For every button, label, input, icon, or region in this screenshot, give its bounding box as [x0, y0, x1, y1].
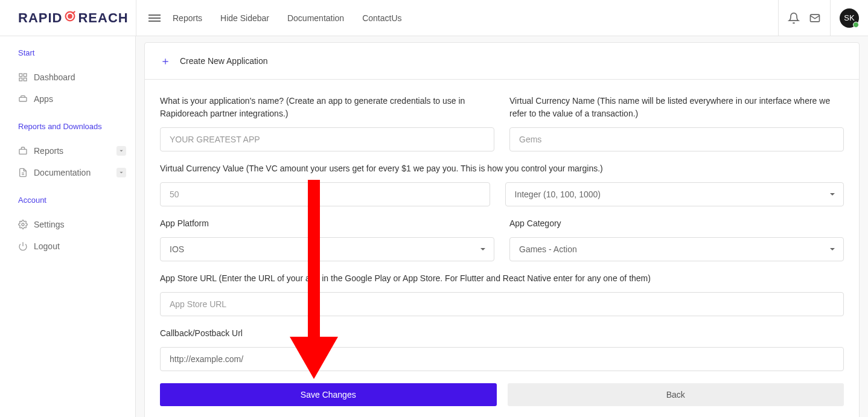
plus-icon: ＋ — [160, 54, 171, 68]
app-name-input[interactable] — [160, 127, 494, 151]
svg-point-9 — [22, 223, 24, 226]
document-icon — [18, 168, 28, 177]
svg-rect-5 — [19, 78, 22, 81]
sidebar-item-apps[interactable]: Apps — [18, 88, 126, 110]
mail-icon[interactable] — [809, 12, 821, 24]
logo-text-1: RAPID — [18, 10, 62, 26]
sidebar-item-label: Documentation — [34, 168, 91, 177]
sidebar-item-label: Apps — [34, 94, 53, 104]
vc-type-select[interactable]: Integer (10, 100, 1000) — [505, 182, 844, 206]
svg-point-1 — [69, 14, 72, 18]
store-url-label: App Store URL (Enter the URL of your app… — [160, 272, 844, 285]
apps-icon — [18, 94, 28, 104]
nav-documentation[interactable]: Documentation — [287, 13, 344, 23]
svg-rect-3 — [19, 74, 22, 77]
nav-reports[interactable]: Reports — [173, 13, 202, 23]
sidebar-item-documentation[interactable]: Documentation — [18, 162, 126, 183]
sidebar-item-label: Logout — [34, 241, 60, 251]
sidebar-item-label: Dashboard — [34, 72, 75, 82]
callback-url-label: Callback/Postback Url — [160, 327, 844, 340]
nav-contact-us[interactable]: ContactUs — [362, 13, 401, 23]
create-app-panel: ＋ Create New Application What is your ap… — [144, 42, 860, 417]
avatar[interactable]: SK — [840, 8, 859, 28]
sidebar-item-label: Settings — [34, 220, 65, 229]
sidebar-heading-start: Start — [18, 48, 126, 57]
callback-url-input[interactable] — [160, 347, 844, 371]
chevron-down-icon[interactable] — [116, 146, 126, 156]
platform-label: App Platform — [160, 217, 494, 230]
nav-links: Reports Hide Sidebar Documentation Conta… — [173, 13, 402, 23]
vc-name-label: Virtual Currency Name (This name will be… — [509, 95, 844, 120]
chevron-down-icon[interactable] — [116, 168, 126, 177]
save-button[interactable]: Save Changes — [160, 383, 497, 406]
nav-hide-sidebar[interactable]: Hide Sidebar — [220, 13, 269, 23]
app-name-label: What is your application's name? (Create… — [160, 95, 494, 120]
sidebar-item-dashboard[interactable]: Dashboard — [18, 66, 126, 88]
platform-select[interactable]: IOS — [160, 237, 494, 261]
svg-rect-4 — [24, 74, 27, 77]
main-content: ＋ Create New Application What is your ap… — [136, 0, 868, 417]
sidebar: Start Dashboard Apps Reports and Downloa… — [0, 0, 136, 417]
svg-rect-6 — [24, 78, 27, 81]
sidebar-heading-reports: Reports and Downloads — [18, 122, 126, 131]
dashboard-icon — [18, 72, 28, 82]
gear-icon — [18, 220, 28, 229]
sidebar-item-logout[interactable]: Logout — [18, 235, 126, 257]
panel-title: Create New Application — [180, 56, 268, 66]
target-icon — [63, 10, 77, 27]
vc-value-label: Virtual Currency Value (The VC amount yo… — [160, 162, 844, 175]
logo[interactable]: RAPID REACH — [0, 10, 136, 27]
logo-text-2: REACH — [78, 10, 128, 26]
sidebar-item-label: Reports — [34, 146, 63, 156]
hamburger-icon[interactable] — [148, 12, 161, 24]
sidebar-item-settings[interactable]: Settings — [18, 214, 126, 235]
bell-icon[interactable] — [788, 12, 800, 24]
briefcase-icon — [18, 146, 28, 156]
sidebar-heading-account: Account — [18, 196, 126, 205]
back-button[interactable]: Back — [508, 383, 844, 406]
svg-rect-8 — [19, 149, 27, 154]
vc-value-input[interactable] — [160, 182, 490, 206]
svg-rect-7 — [19, 97, 27, 101]
sidebar-item-reports[interactable]: Reports — [18, 140, 126, 162]
vc-name-input[interactable] — [509, 127, 844, 151]
category-select[interactable]: Games - Action — [509, 237, 844, 261]
power-icon — [18, 241, 28, 251]
category-label: App Category — [509, 217, 844, 230]
store-url-input[interactable] — [160, 292, 844, 316]
panel-header[interactable]: ＋ Create New Application — [145, 43, 859, 80]
header: RAPID REACH Reports Hide Sidebar Documen… — [0, 0, 868, 36]
